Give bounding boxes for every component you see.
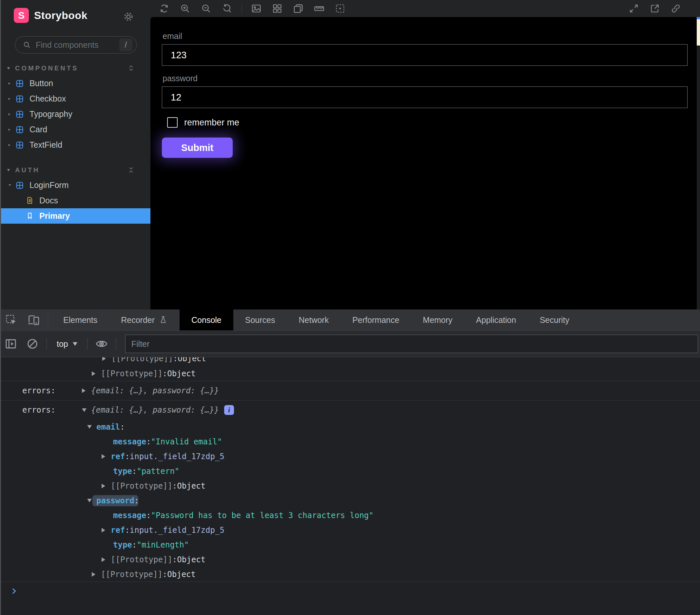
inspect-element-icon[interactable] (4, 313, 18, 326)
tab-network[interactable]: Network (287, 309, 341, 330)
grid-icon[interactable] (272, 3, 283, 14)
console-toolbar: top (0, 331, 700, 357)
submit-button[interactable]: Submit (162, 138, 233, 158)
tab-label: Memory (423, 315, 452, 325)
tab-memory[interactable]: Memory (411, 309, 464, 330)
sidebar-item-docs[interactable]: Docs (0, 193, 150, 208)
zoom-in-icon[interactable] (179, 3, 191, 14)
expander-caret-right-icon[interactable] (82, 388, 86, 393)
expander-caret-right-icon[interactable] (102, 484, 105, 488)
canvas-toolbar (150, 0, 700, 17)
tab-application[interactable]: Application (464, 309, 528, 330)
console-token: {email: {…}, password: {…}} (91, 386, 219, 395)
console-row: [[Prototype]]: Object (0, 552, 700, 567)
caret-down-icon (7, 67, 10, 69)
settings-gear-icon[interactable] (122, 11, 135, 23)
console-token: : (172, 482, 177, 490)
tab-console[interactable]: Console (179, 309, 233, 330)
chevron-down-icon (73, 342, 77, 346)
console-token: [[Prototype]] (111, 482, 172, 490)
info-badge-icon[interactable]: i (224, 405, 234, 415)
console-row: type: "pattern" (0, 464, 700, 478)
sidebar-item-textfield[interactable]: TextField (0, 137, 150, 153)
live-expression-eye-icon[interactable] (95, 337, 108, 350)
tab-label: Performance (352, 315, 399, 325)
console-token: message (113, 437, 146, 446)
caret-right-icon[interactable] (9, 113, 10, 115)
item-label: Primary (39, 211, 70, 221)
outline-icon[interactable] (335, 3, 346, 14)
console-sidebar-toggle-icon[interactable] (4, 337, 17, 350)
tab-sources[interactable]: Sources (233, 309, 287, 330)
expander-caret-right-icon[interactable] (92, 371, 95, 376)
expander-caret-right-icon[interactable] (102, 357, 106, 361)
caret-right-icon[interactable] (9, 144, 10, 146)
expander-caret-right-icon[interactable] (102, 558, 105, 562)
console-token: "Invalid email" (151, 437, 222, 446)
console-filter-input[interactable] (125, 335, 698, 353)
expander-caret-right-icon[interactable] (102, 454, 105, 459)
item-label: Typography (29, 110, 72, 119)
window-edge-strip (697, 17, 700, 309)
tab-security[interactable]: Security (528, 309, 581, 330)
remount-icon[interactable] (159, 3, 170, 14)
remember-me-checkbox[interactable] (167, 117, 178, 128)
component-icon (15, 181, 24, 190)
expand-all-icon[interactable] (127, 64, 135, 72)
measure-icon[interactable] (314, 3, 325, 14)
section-header-components[interactable]: COMPONENTS (0, 61, 150, 76)
clear-console-icon[interactable] (26, 337, 39, 350)
device-toolbar-icon[interactable] (27, 313, 40, 326)
tab-recorder[interactable]: Recorder (109, 309, 179, 330)
expander-caret-down-icon[interactable] (87, 499, 92, 502)
console-token: password (92, 495, 138, 506)
sidebar-item-loginform[interactable]: LoginForm (0, 178, 150, 193)
viewport-icon[interactable] (293, 3, 304, 14)
zoom-out-icon[interactable] (201, 3, 212, 14)
search-icon (23, 41, 31, 49)
sidebar-item-card[interactable]: Card (0, 122, 150, 137)
tab-performance[interactable]: Performance (340, 309, 411, 330)
brand: S Storybook (14, 8, 88, 23)
caret-down-icon[interactable] (9, 184, 11, 186)
caret-right-icon[interactable] (9, 82, 10, 85)
console-token: : (163, 369, 167, 378)
console-token: : (173, 357, 178, 363)
console-token: email (96, 422, 120, 432)
open-new-tab-icon[interactable] (649, 3, 660, 14)
expander-caret-right-icon[interactable] (92, 572, 95, 577)
password-field[interactable] (162, 87, 688, 108)
expander-caret-down-icon[interactable] (82, 408, 87, 412)
search-input[interactable]: Find components / (15, 36, 137, 54)
expander-caret-right-icon[interactable] (102, 528, 105, 533)
zoom-reset-icon[interactable] (222, 3, 233, 14)
fullscreen-icon[interactable] (628, 3, 639, 14)
console-token: : (125, 452, 129, 461)
console-token: [[Prototype]] (101, 369, 163, 378)
caret-right-icon[interactable] (9, 98, 10, 100)
console-row: [[Prototype]]: Object (0, 357, 700, 366)
console-token: Object (167, 570, 196, 579)
caret-right-icon[interactable] (9, 128, 10, 131)
expander-caret-down-icon[interactable] (87, 425, 92, 429)
collapse-all-icon[interactable] (127, 166, 135, 174)
background-icon[interactable] (251, 3, 262, 14)
sidebar-item-primary[interactable]: Primary (0, 208, 150, 224)
section-header-auth[interactable]: AUTH (0, 163, 150, 178)
item-label: Card (29, 125, 47, 134)
console-token: type (113, 540, 132, 550)
copy-link-icon[interactable] (670, 3, 681, 14)
sidebar-item-checkbox[interactable]: Checkbox (0, 91, 150, 106)
console-prompt[interactable] (0, 581, 700, 600)
tab-elements[interactable]: Elements (51, 309, 109, 330)
email-field[interactable] (162, 44, 688, 66)
sidebar-item-button[interactable]: Button (0, 76, 150, 91)
item-label: Checkbox (29, 94, 66, 103)
execution-context-selector[interactable]: top (57, 339, 77, 349)
tab-label: Console (191, 315, 222, 325)
console-row: ref: input._field_17zdp_5 (0, 449, 700, 464)
console-token: Object (177, 555, 205, 564)
item-label: LoginForm (29, 180, 69, 190)
console-token: : (132, 467, 137, 476)
sidebar-item-typography[interactable]: Typography (0, 106, 150, 122)
